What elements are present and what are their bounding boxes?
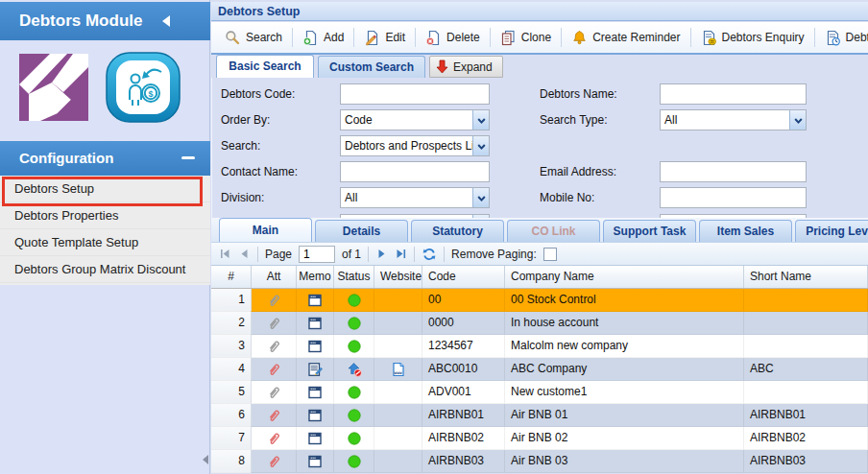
search-icon [225,30,241,46]
attachment-icon[interactable] [252,404,297,427]
debtors-history-button[interactable]: Debtors History [817,26,868,50]
table-row[interactable]: 4ABC0010ABC CompanyABC [211,358,868,381]
attachment-icon[interactable] [252,335,297,358]
tab-support-task[interactable]: Support Task [603,220,696,242]
table-row[interactable]: 31234567Malcolm new company [211,335,868,358]
tab-statutory[interactable]: Statutory [411,220,504,242]
chevron-down-icon[interactable] [472,188,489,207]
email-address-input[interactable] [660,161,807,182]
order-by-select[interactable]: Code [340,109,490,130]
attachment-icon[interactable] [252,358,297,381]
memo-icon[interactable] [297,312,334,335]
status-icon[interactable] [334,312,374,335]
column-header-att[interactable]: Att [252,266,297,288]
sidebar-item-debtors-properties[interactable]: Debtors Properties [0,202,210,229]
page-label: Page [265,248,292,261]
page-number-input[interactable] [299,246,335,263]
clone-button[interactable]: Clone [493,26,559,50]
status-icon[interactable] [334,358,374,381]
toolbar-separator [561,28,562,47]
first-page-button[interactable] [219,248,231,260]
debtors-code-input[interactable] [340,83,490,105]
company-name-cell: Air BNB 03 [505,450,744,473]
edit-button[interactable]: Edit [356,26,413,50]
tab-custom-search[interactable]: Custom Search [318,56,425,78]
table-row[interactable]: 10000 Stock Control [211,289,868,312]
attachment-icon[interactable] [252,427,297,450]
configuration-section-header[interactable]: Configuration [0,141,210,176]
attachment-icon[interactable] [252,381,297,404]
memo-icon[interactable] [297,450,334,473]
tab-pricing-level[interactable]: Pricing Level [795,220,868,242]
expand-button[interactable]: Expand [429,56,503,78]
tab-basic-search[interactable]: Basic Search [216,55,314,78]
sidebar-item-debtors-group-matrix-discount[interactable]: Debtors Group Matrix Discount [0,256,210,283]
column-header-status[interactable]: Status [334,266,374,288]
status-icon[interactable] [334,450,374,473]
status-icon[interactable] [334,427,374,450]
tab-details[interactable]: Details [315,220,408,242]
tab-co-link[interactable]: CO Link [507,220,600,242]
collapse-section-icon[interactable] [181,156,195,159]
table-row[interactable]: 6AIRBNB01Air BNB 01AIRBNB01 [211,404,868,427]
row-number: 1 [211,289,252,312]
code-cell: ABC0010 [422,358,505,381]
contact-name-input[interactable] [340,161,490,182]
status-icon[interactable] [334,404,374,427]
debtors-code-label: Debtors Code: [221,84,295,105]
memo-icon[interactable] [297,404,334,427]
refresh-button[interactable] [422,247,437,262]
chevron-down-icon[interactable] [789,110,806,130]
memo-icon[interactable] [297,381,334,404]
sidebar-item-quote-template-setup[interactable]: Quote Template Setup [0,229,210,256]
status-icon[interactable] [334,335,374,358]
delete-button[interactable]: Delete [418,26,488,50]
table-row[interactable]: 7AIRBNB02Air BNB 02AIRBNB02 [211,427,868,450]
debtors-enquiry-button[interactable]: Debtors Enquiry [693,26,812,50]
status-icon[interactable] [334,289,374,312]
add-button[interactable]: Add [295,26,351,50]
memo-icon[interactable] [297,335,334,358]
chevron-down-icon[interactable] [472,110,489,130]
short-name-cell [744,335,868,358]
attachment-icon[interactable] [252,450,297,473]
table-row[interactable]: 8AIRBNB03Air BNB 03AIRBNB03 [211,450,868,473]
search-scope-select[interactable]: Debtors and Prospects Li [340,135,490,156]
sidebar-item-debtors-setup[interactable]: Debtors Setup [0,176,210,202]
tab-main[interactable]: Main [219,218,312,242]
search-type-select[interactable]: All [660,109,807,130]
table-row[interactable]: 20000In house account [211,312,868,335]
column-header-code[interactable]: Code [422,266,505,288]
debtors-name-input[interactable] [660,83,807,105]
memo-icon[interactable] [297,289,334,312]
toolbar-separator [814,28,815,47]
company-name-cell: In house account [505,312,744,335]
last-page-button[interactable] [395,248,407,260]
attachment-icon[interactable] [252,289,297,312]
column-header-short-name[interactable]: Short Name [744,266,868,288]
order-by-label: Order By: [221,110,270,130]
attachment-icon[interactable] [252,312,297,335]
column-header-company-name[interactable]: Company Name [505,266,744,288]
remove-paging-checkbox[interactable] [543,248,557,261]
status-icon[interactable] [334,381,374,404]
tab-item-sales[interactable]: Item Sales [699,220,792,242]
debtors-app-icon: $ [106,52,181,123]
chevron-down-icon[interactable] [472,136,489,155]
table-row[interactable]: 5ADV001New custome1 [211,381,868,404]
memo-icon[interactable] [297,358,334,381]
previous-page-button[interactable] [238,248,251,260]
website-icon[interactable] [374,358,422,381]
search-button[interactable]: Search [217,26,290,50]
create-reminder-button[interactable]: Create Reminder [564,26,687,50]
column-header-memo[interactable]: Memo [297,266,334,288]
memo-icon[interactable] [297,427,334,450]
splitter-collapse-icon[interactable] [203,455,208,464]
search-label: Search: [221,136,260,156]
column-header-number[interactable]: # [211,266,252,288]
next-page-button[interactable] [375,248,388,260]
division-select[interactable]: All [340,187,490,208]
column-header-website[interactable]: Website [374,266,422,288]
mobile-no-input[interactable] [660,187,807,208]
collapse-sidebar-icon[interactable] [162,15,170,27]
